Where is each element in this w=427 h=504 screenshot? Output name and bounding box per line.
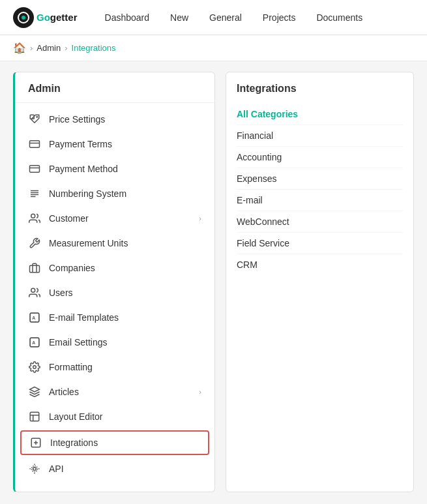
layout-icon [28, 410, 41, 423]
sidebar-item-price-settings[interactable]: Price Settings [15, 107, 214, 132]
svg-point-14 [31, 288, 35, 292]
category-webconnect[interactable]: WebConnect [237, 211, 403, 233]
logo-text: Gogetter [37, 12, 78, 23]
articles-chevron: › [199, 388, 201, 396]
sidebar-item-numbering-system[interactable]: Numbering System [15, 181, 214, 206]
briefcase-icon [28, 261, 41, 274]
logo[interactable]: Gogetter [13, 7, 78, 28]
sidebar-item-api[interactable]: API [15, 456, 214, 481]
sidebar-item-email-settings[interactable]: A Email Settings [15, 330, 214, 355]
customer-label: Customer [49, 213, 191, 224]
companies-label: Companies [49, 263, 201, 273]
sidebar-item-users[interactable]: Users [15, 280, 214, 305]
sidebar-item-layout-editor[interactable]: Layout Editor [15, 404, 214, 429]
svg-text:A: A [32, 316, 35, 320]
list-icon [28, 187, 41, 200]
svg-rect-13 [30, 265, 40, 273]
svg-point-30 [32, 466, 38, 472]
logo-circle [13, 7, 34, 28]
sidebar-item-payment-method[interactable]: Payment Method [15, 156, 214, 181]
category-crm[interactable]: CRM [237, 254, 403, 275]
svg-text:A: A [32, 340, 35, 345]
plus-box-icon [29, 436, 42, 449]
api-label: API [49, 464, 201, 474]
integrations-panel: Integrations All Categories Financial Ac… [226, 72, 414, 492]
articles-label: Articles [49, 387, 191, 397]
measurement-units-label: Measurement Units [49, 238, 201, 248]
tag-icon [28, 113, 41, 126]
sidebar-item-companies[interactable]: Companies [15, 256, 214, 280]
category-expenses[interactable]: Expenses [237, 168, 403, 190]
email-templates-label: E-mail Templates [49, 312, 201, 323]
svg-point-21 [33, 366, 37, 369]
formatting-label: Formatting [49, 362, 201, 372]
svg-rect-23 [30, 412, 39, 421]
wrench-icon [28, 237, 41, 250]
customer-chevron: › [199, 215, 201, 222]
svg-rect-4 [30, 141, 40, 148]
breadcrumb-admin[interactable]: Admin [37, 43, 61, 53]
breadcrumb-sep-2: › [65, 43, 67, 53]
users-label: Users [49, 288, 201, 298]
users-icon-1 [28, 212, 41, 225]
category-accounting[interactable]: Accounting [237, 147, 403, 168]
home-icon[interactable]: 🏠 [13, 42, 26, 54]
svg-point-1 [22, 16, 25, 20]
nav-bar: Dashboard New General Projects Documents [104, 10, 364, 25]
nav-projects[interactable]: Projects [261, 10, 297, 25]
category-financial[interactable]: Financial [237, 125, 403, 147]
integrations-label: Integrations [50, 437, 200, 448]
sidebar-item-measurement-units[interactable]: Measurement Units [15, 231, 214, 256]
breadcrumb-sep-1: › [30, 43, 33, 53]
email-template-icon-1: A [28, 311, 41, 324]
content-area: Admin Price Settings Payment Terms Payme… [0, 61, 427, 503]
breadcrumb: 🏠 › Admin › Integrations [0, 35, 427, 61]
category-all[interactable]: All Categories [237, 104, 403, 125]
svg-point-29 [33, 467, 37, 471]
nav-general[interactable]: General [208, 10, 243, 25]
layout-editor-label: Layout Editor [49, 411, 201, 422]
sidebar-title: Admin [15, 83, 214, 103]
gear-api-icon [28, 462, 41, 475]
category-email[interactable]: E-mail [237, 190, 403, 211]
nav-documents[interactable]: Documents [315, 10, 364, 25]
breadcrumb-integrations[interactable]: Integrations [72, 43, 116, 53]
integrations-panel-title: Integrations [237, 83, 403, 95]
sidebar-item-articles[interactable]: Articles › [15, 379, 214, 404]
users-icon-2 [28, 286, 41, 299]
layers-icon [28, 385, 41, 398]
nav-dashboard[interactable]: Dashboard [104, 10, 151, 25]
credit-card-icon-2 [28, 162, 41, 175]
sidebar-item-formatting[interactable]: Formatting [15, 355, 214, 379]
payment-method-label: Payment Method [49, 164, 201, 174]
email-settings-label: Email Settings [49, 337, 201, 348]
svg-point-3 [37, 117, 38, 118]
svg-marker-22 [30, 387, 40, 393]
svg-point-12 [31, 214, 35, 218]
sidebar-item-customer[interactable]: Customer › [15, 206, 214, 231]
email-template-icon-2: A [28, 336, 41, 349]
nav-new[interactable]: New [169, 10, 190, 25]
sidebar-panel: Admin Price Settings Payment Terms Payme… [13, 72, 215, 492]
price-settings-label: Price Settings [49, 114, 201, 125]
category-field-service[interactable]: Field Service [237, 233, 403, 254]
sidebar-item-email-templates[interactable]: A E-mail Templates [15, 305, 214, 330]
header: Gogetter Dashboard New General Projects … [0, 0, 427, 35]
sidebar-item-payment-terms[interactable]: Payment Terms [15, 132, 214, 156]
credit-card-icon-1 [28, 138, 41, 151]
svg-rect-6 [30, 166, 40, 173]
gear-icon [28, 361, 41, 374]
sidebar-item-integrations[interactable]: Integrations [20, 430, 209, 455]
numbering-system-label: Numbering System [49, 188, 201, 199]
payment-terms-label: Payment Terms [49, 139, 201, 149]
